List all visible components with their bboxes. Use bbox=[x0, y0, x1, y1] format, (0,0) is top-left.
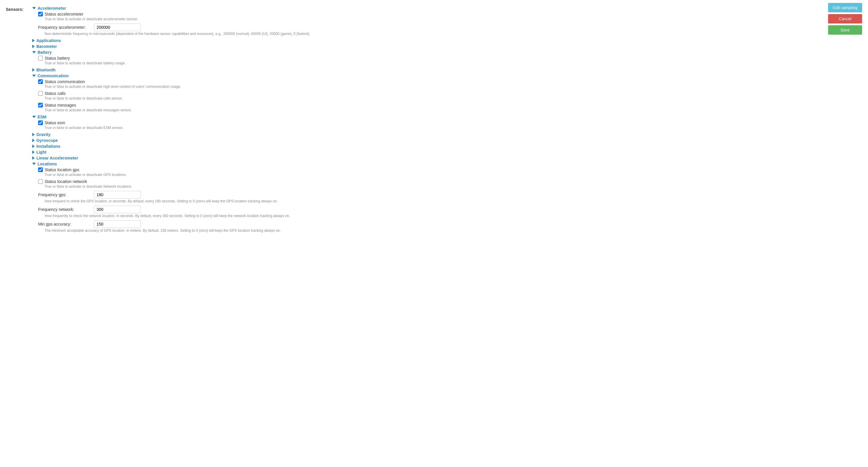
esm-expand-icon bbox=[32, 116, 36, 118]
barometer-label[interactable]: Barometer bbox=[36, 44, 57, 49]
section-communication: Communication Status communication True … bbox=[32, 74, 358, 112]
battery-body: Status battery True or false to activate… bbox=[38, 56, 358, 65]
section-battery: Battery Status battery True or false to … bbox=[32, 50, 358, 65]
status-communication-desc: True or false to activate or deactivate … bbox=[44, 85, 358, 89]
sensors-content: Accelerometer Status accelerometer True … bbox=[26, 6, 358, 235]
status-location-network-desc: True or false to activate or deactivate … bbox=[44, 184, 358, 188]
locations-header[interactable]: Locations bbox=[32, 162, 358, 166]
accelerometer-body: Status accelerometer True or false to ac… bbox=[38, 12, 358, 36]
status-calls-text: Status calls bbox=[44, 91, 66, 96]
sensors-row: Sensors: Accelerometer Status accelerome… bbox=[6, 6, 358, 235]
min-gps-accuracy-desc: The minimum acceptable accuracy of GPS l… bbox=[44, 229, 358, 233]
status-location-gps-label[interactable]: Status location gps bbox=[38, 168, 358, 172]
esm-header[interactable]: ESM bbox=[32, 115, 358, 119]
main-content: Sensors: Accelerometer Status accelerome… bbox=[6, 6, 358, 461]
status-location-network-text: Status location network bbox=[44, 179, 87, 184]
status-accelerometer-desc: True or false to activate or deactivate … bbox=[44, 17, 358, 21]
freq-network-label: Frequency network: bbox=[38, 207, 91, 212]
min-gps-accuracy-input[interactable] bbox=[94, 220, 141, 228]
status-communication-checkbox[interactable] bbox=[38, 79, 43, 84]
min-gps-accuracy-label: Min gps accuracy: bbox=[38, 222, 91, 227]
status-esm-desc: True or false to activate or deactivate … bbox=[44, 126, 358, 130]
communication-body: Status communication True or false to ac… bbox=[38, 79, 358, 112]
section-esm: ESM Status esm True or false to activate… bbox=[32, 115, 358, 130]
status-esm-checkbox[interactable] bbox=[38, 120, 43, 125]
status-messages-desc: True or false to activate or deactivate … bbox=[44, 108, 358, 112]
communication-header[interactable]: Communication bbox=[32, 74, 358, 78]
freq-gps-row: Frequency gps: bbox=[38, 191, 358, 199]
status-communication-label[interactable]: Status communication bbox=[38, 79, 358, 84]
status-esm-text: Status esm bbox=[44, 120, 65, 125]
esm-label: ESM bbox=[37, 115, 46, 119]
gyroscope-label[interactable]: Gyroscope bbox=[36, 138, 58, 143]
section-bluetooth: Bluetooth bbox=[32, 67, 358, 72]
locations-body: Status location gps True or false to act… bbox=[38, 168, 358, 233]
linear-accelerometer-label[interactable]: Linear Accelerometer bbox=[36, 156, 79, 160]
section-gyroscope: Gyroscope bbox=[32, 138, 358, 143]
status-esm-label[interactable]: Status esm bbox=[38, 120, 358, 125]
page-container: Sensors: Accelerometer Status accelerome… bbox=[0, 0, 868, 467]
freq-accelerometer-row: Frequency accelerometer: bbox=[38, 24, 358, 31]
freq-gps-label: Frequency gps: bbox=[38, 193, 91, 197]
section-barometer: Barometer bbox=[32, 44, 358, 49]
esm-body: Status esm True or false to activate or … bbox=[38, 120, 358, 130]
status-accelerometer-text: Status accelerometer bbox=[44, 12, 83, 17]
status-communication-text: Status communication bbox=[44, 79, 85, 84]
section-linear-accelerometer: Linear Accelerometer bbox=[32, 156, 358, 160]
status-location-gps-text: Status location gps bbox=[44, 168, 79, 172]
locations-label: Locations bbox=[37, 162, 57, 166]
battery-expand-icon bbox=[32, 51, 36, 54]
communication-label: Communication bbox=[37, 74, 69, 78]
freq-accelerometer-label: Frequency accelerometer: bbox=[38, 25, 91, 30]
status-battery-desc: True or false to activate or deactivate … bbox=[44, 61, 358, 65]
applications-expand-icon bbox=[32, 39, 35, 42]
installations-expand-icon bbox=[32, 145, 35, 148]
status-calls-label[interactable]: Status calls bbox=[38, 91, 358, 96]
status-messages-text: Status messages bbox=[44, 103, 76, 108]
status-accelerometer-label[interactable]: Status accelerometer bbox=[38, 12, 358, 17]
gravity-expand-icon bbox=[32, 133, 35, 136]
edit-sampling-button[interactable]: Edit sampling bbox=[828, 3, 862, 12]
status-messages-checkbox[interactable] bbox=[38, 103, 43, 108]
accelerometer-header[interactable]: Accelerometer bbox=[32, 6, 358, 10]
section-installations: Installations bbox=[32, 144, 358, 149]
status-location-gps-checkbox[interactable] bbox=[38, 168, 43, 172]
bluetooth-label[interactable]: Bluetooth bbox=[36, 67, 56, 72]
status-messages-label[interactable]: Status messages bbox=[38, 103, 358, 108]
status-calls-checkbox[interactable] bbox=[38, 91, 43, 96]
linear-accelerometer-expand-icon bbox=[32, 156, 35, 160]
locations-expand-icon bbox=[32, 163, 36, 165]
status-location-network-label[interactable]: Status location network bbox=[38, 179, 358, 184]
save-button[interactable]: Save bbox=[828, 25, 862, 35]
freq-network-row: Frequency network: bbox=[38, 206, 358, 213]
gravity-label[interactable]: Gravity bbox=[36, 132, 51, 137]
status-location-network-checkbox[interactable] bbox=[38, 179, 43, 184]
min-gps-accuracy-row: Min gps accuracy: bbox=[38, 220, 358, 228]
light-label[interactable]: Light bbox=[36, 150, 46, 154]
accelerometer-label: Accelerometer bbox=[37, 6, 66, 10]
cancel-button[interactable]: Cancel bbox=[828, 14, 862, 24]
freq-gps-desc: How frequent to check the GPS location, … bbox=[44, 199, 358, 203]
applications-label[interactable]: Applications bbox=[36, 38, 61, 43]
section-accelerometer: Accelerometer Status accelerometer True … bbox=[32, 6, 358, 36]
status-accelerometer-checkbox[interactable] bbox=[38, 12, 43, 17]
freq-network-input[interactable] bbox=[94, 206, 141, 213]
status-calls-desc: True or false to activate or deactivate … bbox=[44, 96, 358, 100]
section-locations: Locations Status location gps True or fa… bbox=[32, 162, 358, 233]
top-buttons: Edit sampling Cancel Save bbox=[828, 3, 862, 35]
freq-gps-input[interactable] bbox=[94, 191, 141, 199]
battery-header[interactable]: Battery bbox=[32, 50, 358, 55]
gyroscope-expand-icon bbox=[32, 139, 35, 142]
freq-accelerometer-desc: Non-deterministic frequency in microseco… bbox=[44, 32, 358, 36]
light-expand-icon bbox=[32, 150, 35, 154]
freq-accelerometer-input[interactable] bbox=[94, 24, 141, 31]
accelerometer-expand-icon bbox=[32, 7, 36, 9]
status-battery-label[interactable]: Status battery bbox=[38, 56, 358, 60]
status-battery-checkbox[interactable] bbox=[38, 56, 43, 60]
installations-label[interactable]: Installations bbox=[36, 144, 60, 149]
communication-expand-icon bbox=[32, 75, 36, 77]
status-battery-text: Status battery bbox=[44, 56, 70, 60]
sensors-label: Sensors: bbox=[6, 6, 24, 12]
section-gravity: Gravity bbox=[32, 132, 358, 137]
status-location-gps-desc: True or false to activate or deactivate … bbox=[44, 173, 358, 177]
